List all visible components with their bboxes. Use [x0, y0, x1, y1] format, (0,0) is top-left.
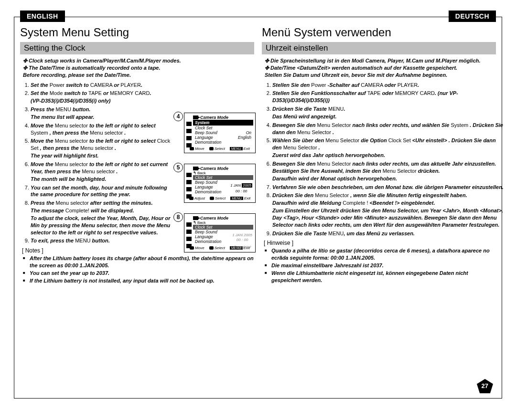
left-notes: After the Lithium battery loses its char…	[20, 255, 254, 284]
menu-4: Clock Set Beep SoundOn LanguageEnglish D…	[193, 126, 253, 145]
screen-footer: Move Select MENUExit	[186, 147, 253, 151]
fig-num-5: 5	[173, 163, 183, 172]
left-step-2: Set the Mode switch to TAPE or MEMORY CA…	[31, 90, 171, 105]
right-step-4: Bewegen Sie den Menu Selector nach links…	[272, 122, 506, 136]
left-step-6: Move the Menu selector to the left or ri…	[31, 161, 171, 183]
right-notes: Quando a pilha de lítio se gastar (decor…	[262, 247, 496, 283]
left-step-4: Move the Menu selector to the left or ri…	[31, 122, 171, 136]
left-intro: ✤ Clock setup works in Camera/Player/M.C…	[20, 57, 254, 79]
system-bar: System	[193, 120, 253, 126]
right-step-7: Verfahren Sie wie oben beschrieben, um d…	[272, 184, 506, 191]
left-step-5: Move the Menu selector to the left or ri…	[31, 137, 171, 159]
side-icons	[186, 122, 192, 147]
right-step-5: Wählen Sie über den Menu Selector die Op…	[272, 137, 506, 159]
right-intro: ✤ Die Spracheinstellung ist in den Modi …	[262, 57, 496, 79]
date-highlight: 1 JAN 2005 00 : 00	[230, 183, 252, 193]
camcorder-icon	[193, 116, 198, 119]
page-number: 27	[482, 382, 488, 389]
right-step-3: Drücken Sie die Taste MENU.Das Menü wird…	[272, 105, 506, 120]
right-step-1: Stellen Sie den Power -Schalter auf CAME…	[272, 82, 506, 89]
screen-4: Camera Mode System Clock Set Beep SoundO…	[184, 113, 256, 153]
right-step-8: Drücken Sie den Menu Selector , wenn Sie…	[272, 192, 506, 228]
right-steps: Stellen Sie den Power -Schalter auf CAME…	[262, 82, 506, 237]
manual-page: ENGLISH DEUTSCH System Menu Setting Sett…	[0, 0, 516, 420]
fig-num-4: 4	[173, 112, 183, 121]
right-subhead: Uhrzeit einstellen	[262, 42, 496, 54]
page-frame: ENGLISH DEUTSCH System Menu Setting Sett…	[14, 17, 502, 399]
left-step-8: Press the Menu selector after setting th…	[31, 200, 171, 236]
right-title: Menü System verwenden	[262, 26, 496, 39]
right-step-6: Bewegen Sie den Menu Selector nach links…	[272, 160, 506, 182]
figure-4: 4 Camera Mode System Clock Set Beep Soun…	[184, 113, 256, 153]
right-step-9: Drücken Sie die Taste MENU, um das Menü …	[272, 230, 506, 237]
figure-5: 5 Camera Mode ↰Back Clock Set Beep Sound…	[184, 164, 256, 203]
left-title: System Menu Setting	[20, 26, 254, 39]
english-column: System Menu Setting Setting the Clock ✤ …	[20, 17, 258, 394]
screen-5: Camera Mode ↰Back Clock Set Beep Sound L…	[184, 164, 256, 203]
figure-8: 8 Camera Mode ↰Back Clock Set Beep Sound…	[184, 213, 256, 252]
right-step-2: Stellen Sie den Funktionsschalter auf TA…	[272, 90, 506, 104]
camcorder-icon	[193, 167, 198, 170]
fig-num-8: 8	[173, 212, 183, 222]
left-step-9: To exit, press the MENU button.	[31, 237, 171, 244]
date-complete: 1 JAN 2005 00 : 00 Complete!	[232, 233, 252, 250]
figure-column: 4 Camera Mode System Clock Set Beep Soun…	[177, 113, 256, 252]
camcorder-icon	[193, 216, 198, 220]
back-row: ↰Back	[193, 171, 253, 175]
left-subhead: Setting the Clock	[20, 42, 254, 54]
screen-8: Camera Mode ↰Back Clock Set Beep Sound L…	[184, 213, 256, 252]
left-step-3: Press the MENU button.The menu list will…	[31, 106, 171, 121]
left-steps: Set the Power switch to CAMERA or PLAYER…	[20, 82, 171, 245]
deutsch-column: Menü System verwenden Uhrzeit einstellen…	[258, 17, 496, 394]
left-step-7: You can set the month, day, hour and min…	[31, 184, 171, 199]
left-step-1: Set the Power switch to CAMERA or PLAYER…	[31, 82, 171, 89]
right-notes-head: [ Hinweise ]	[264, 240, 496, 246]
